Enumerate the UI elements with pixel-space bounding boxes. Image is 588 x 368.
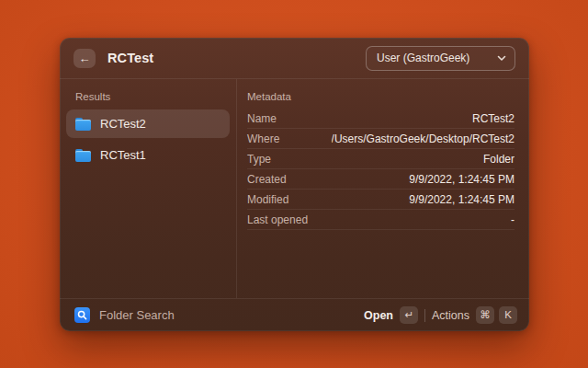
meta-value: 9/9/2022, 1:24:45 PM <box>409 173 514 186</box>
cmd-key-icon: ⌘ <box>476 306 494 324</box>
meta-value: RCTest2 <box>472 112 514 125</box>
user-dropdown[interactable]: User (GastroGeek) <box>366 46 515 71</box>
folder-icon <box>75 149 91 162</box>
meta-label: Created <box>247 173 287 186</box>
meta-row-last-opened: Last opened - <box>247 210 514 230</box>
metadata-header: Metadata <box>247 84 514 109</box>
list-item-label: RCTest1 <box>100 148 146 162</box>
results-section-label: Results <box>66 86 230 109</box>
chevron-down-icon <box>497 55 506 62</box>
meta-row-created: Created 9/9/2022, 1:24:45 PM <box>247 169 514 190</box>
meta-value: Folder <box>483 153 514 166</box>
folder-icon <box>75 118 91 131</box>
footer-bar: Open ↵ Actions ⌘ K <box>60 298 529 331</box>
page-title: RCTest <box>107 51 153 65</box>
search-icon <box>74 307 90 323</box>
meta-row-where: Where /Users/GastroGeek/Desktop/RCTest2 <box>247 129 514 149</box>
content-area: Results RCTest2 RCTest1 Metadata Name RC… <box>60 79 529 298</box>
actions-button[interactable]: Actions ⌘ K <box>432 306 517 324</box>
meta-label: Modified <box>247 193 288 206</box>
footer-actions: Open ↵ Actions ⌘ K <box>364 306 517 324</box>
meta-row-type: Type Folder <box>247 149 514 169</box>
k-key-icon: K <box>499 306 517 324</box>
enter-key-icon: ↵ <box>400 306 418 324</box>
meta-value: 9/9/2022, 1:24:45 PM <box>409 193 514 206</box>
user-dropdown-value: User (GastroGeek) <box>377 52 497 64</box>
meta-label: Name <box>247 112 277 125</box>
search-input[interactable] <box>99 308 355 322</box>
back-arrow-icon: ← <box>79 52 91 64</box>
open-button-label: Open <box>364 309 393 322</box>
meta-label: Last opened <box>247 213 308 226</box>
actions-button-label: Actions <box>432 309 469 322</box>
list-item-rctest2[interactable]: RCTest2 <box>66 109 230 138</box>
folder-search-window: ← RCTest User (GastroGeek) Results RCTes… <box>60 38 529 331</box>
meta-label: Type <box>247 153 271 166</box>
window-header: ← RCTest User (GastroGeek) <box>60 38 529 79</box>
open-button[interactable]: Open ↵ <box>364 306 418 324</box>
results-sidebar: Results RCTest2 RCTest1 <box>60 79 237 298</box>
list-item-rctest1[interactable]: RCTest1 <box>66 141 230 169</box>
meta-row-name: Name RCTest2 <box>247 109 514 129</box>
list-item-label: RCTest2 <box>100 117 146 131</box>
meta-value: - <box>511 213 514 226</box>
meta-value: /Users/GastroGeek/Desktop/RCTest2 <box>332 132 514 145</box>
meta-row-modified: Modified 9/9/2022, 1:24:45 PM <box>247 190 514 210</box>
meta-label: Where <box>247 132 279 145</box>
metadata-panel: Metadata Name RCTest2 Where /Users/Gastr… <box>237 79 529 298</box>
back-button[interactable]: ← <box>74 49 96 68</box>
footer-divider <box>424 309 425 322</box>
